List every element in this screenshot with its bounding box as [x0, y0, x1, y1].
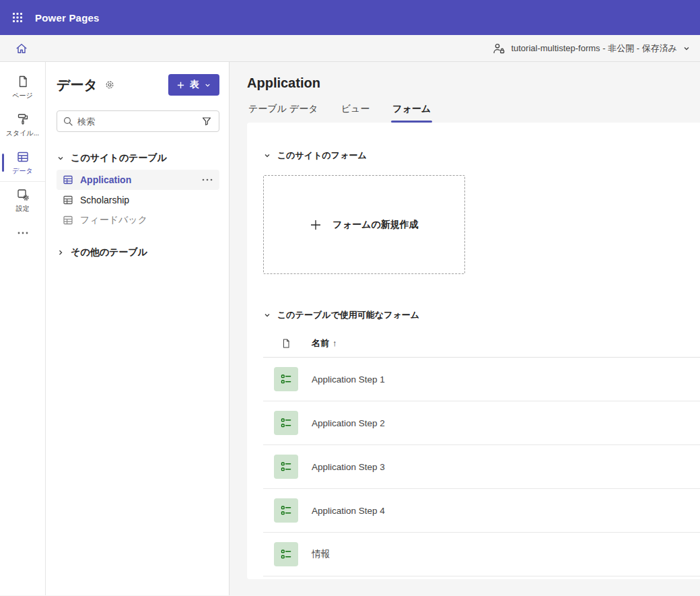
sidebar-item-pages[interactable]: ページ: [0, 69, 45, 106]
section-site-tables[interactable]: このサイトのテーブル: [57, 148, 219, 168]
data-panel: データ 表 このサ: [46, 62, 230, 595]
rail-label: データ: [12, 166, 32, 176]
home-icon: [15, 42, 28, 55]
tab-bar: テーブル データ ビュー フォーム: [247, 99, 700, 123]
rail-label: スタイル...: [6, 129, 39, 138]
site-forms-label: このサイトのフォーム: [277, 150, 367, 162]
home-button[interactable]: [11, 38, 32, 59]
data-settings-button[interactable]: [104, 79, 115, 90]
main-content: Application テーブル データ ビュー フォーム このサイトのフォーム…: [230, 62, 700, 595]
form-row[interactable]: 情報: [263, 533, 700, 576]
rail-more-button[interactable]: [0, 220, 45, 246]
environment-bar: tutorial-multistep-forms - 非公開 - 保存済み: [0, 35, 700, 62]
table-item-feedback[interactable]: フィードバック: [57, 210, 219, 230]
table-icon: [63, 195, 73, 205]
ellipsis-icon: [202, 174, 213, 185]
add-table-label: 表: [190, 79, 199, 91]
sidebar-item-data[interactable]: データ: [0, 144, 45, 182]
form-row[interactable]: Application Step 2: [263, 401, 700, 445]
add-table-button[interactable]: 表: [168, 74, 219, 96]
form-icon: [274, 542, 298, 566]
waffle-icon: [12, 12, 23, 23]
form-name: Application Step 1: [312, 374, 385, 385]
table-item-scholarship[interactable]: Scholarship: [57, 190, 219, 210]
form-name: Application Step 4: [312, 506, 385, 516]
top-app-bar: Power Pages: [0, 0, 700, 35]
search-box: [57, 110, 219, 132]
app-title: Power Pages: [35, 12, 100, 24]
sidebar-item-styling[interactable]: スタイル...: [0, 106, 45, 144]
settings-icon: [16, 188, 30, 201]
search-input[interactable]: [77, 117, 191, 127]
site-forms-section-toggle[interactable]: このサイトのフォーム: [263, 150, 700, 162]
table-name: Scholarship: [80, 195, 129, 205]
form-icon: [274, 411, 298, 435]
form-name: Application Step 2: [312, 418, 385, 428]
ellipsis-icon: [18, 232, 28, 234]
table-more-button[interactable]: [199, 172, 215, 188]
table-item-application[interactable]: Application: [57, 170, 219, 190]
chevron-right-icon: [57, 249, 65, 257]
page-title: Application: [247, 75, 700, 91]
form-row[interactable]: Application Step 4: [263, 489, 700, 533]
tab-table-data[interactable]: テーブル データ: [247, 99, 320, 123]
chevron-down-icon: [263, 311, 271, 319]
form-icon: [274, 367, 298, 391]
form-name: 情報: [312, 548, 330, 560]
forms-table-header: 名前 ↑: [263, 329, 700, 358]
available-forms-label: このテーブルで使用可能なフォーム: [277, 309, 419, 321]
chevron-down-icon: [204, 81, 211, 89]
section-label: このサイトのテーブル: [71, 152, 167, 164]
section-label: その他のテーブル: [71, 246, 147, 259]
name-column-header[interactable]: 名前 ↑: [312, 337, 337, 350]
tab-views[interactable]: ビュー: [340, 99, 372, 123]
form-row[interactable]: Application Step 1: [263, 358, 700, 401]
chevron-down-icon: [682, 44, 691, 53]
sidebar-item-settings[interactable]: 設定: [0, 182, 45, 220]
table-icon: [63, 174, 73, 185]
chevron-down-icon: [57, 154, 65, 162]
plus-icon: [176, 81, 185, 90]
tab-forms[interactable]: フォーム: [391, 99, 432, 123]
permissions-icon: [492, 42, 505, 55]
section-other-tables[interactable]: その他のテーブル: [57, 242, 219, 263]
new-form-button[interactable]: フォームの新規作成: [263, 175, 465, 274]
rail-label: 設定: [16, 204, 30, 213]
site-environment-menu[interactable]: tutorial-multistep-forms - 非公開 - 保存済み: [492, 42, 691, 55]
filter-icon: [201, 116, 212, 127]
gear-icon: [104, 79, 115, 90]
chevron-down-icon: [263, 152, 271, 160]
left-icon-rail: ページ スタイル... データ 設定: [0, 62, 46, 595]
panel-title: データ: [57, 76, 98, 94]
form-name: Application Step 3: [312, 462, 385, 472]
available-forms-section-toggle[interactable]: このテーブルで使用可能なフォーム: [263, 309, 700, 321]
search-icon: [63, 116, 73, 127]
new-form-label: フォームの新規作成: [332, 219, 418, 231]
document-icon: [281, 338, 291, 349]
table-name: Application: [80, 174, 131, 185]
table-icon: [63, 215, 73, 226]
form-row[interactable]: Application Step 3: [263, 445, 700, 489]
plus-icon: [310, 219, 322, 231]
filter-button[interactable]: [195, 114, 213, 128]
sort-ascending-indicator: ↑: [332, 338, 337, 348]
site-label: tutorial-multistep-forms - 非公開 - 保存済み: [511, 42, 677, 55]
rail-label: ページ: [12, 91, 32, 100]
forms-card: このサイトのフォーム フォームの新規作成 このテーブルで使用可能なフォーム: [247, 123, 700, 579]
forms-table: 名前 ↑ Application Step 1: [263, 329, 700, 576]
name-header-label: 名前: [312, 337, 329, 350]
tables-list: Application Scholarship フィードバック: [57, 170, 219, 230]
form-icon: [274, 498, 298, 523]
page-icon: [16, 75, 30, 88]
styling-icon: [16, 112, 30, 126]
table-name: フィードバック: [80, 214, 147, 226]
form-icon: [274, 455, 298, 479]
app-launcher-button[interactable]: [0, 0, 35, 35]
data-icon: [16, 150, 30, 164]
